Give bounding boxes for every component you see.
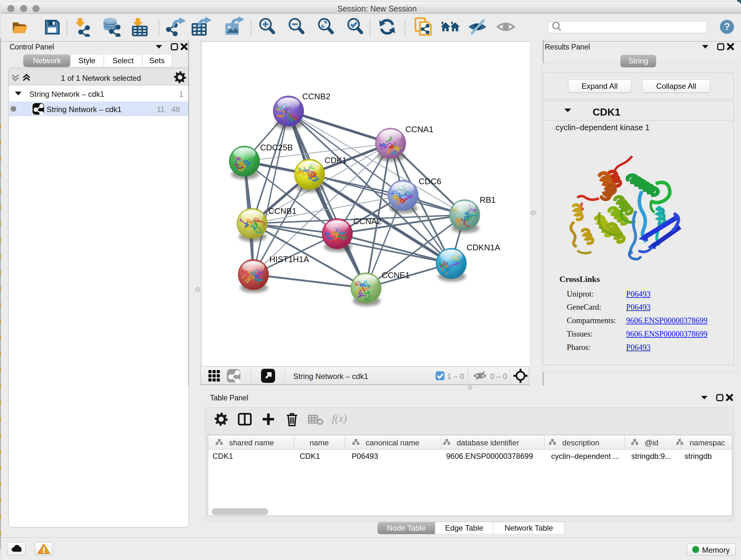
svg-text:?: ? [724,21,730,32]
